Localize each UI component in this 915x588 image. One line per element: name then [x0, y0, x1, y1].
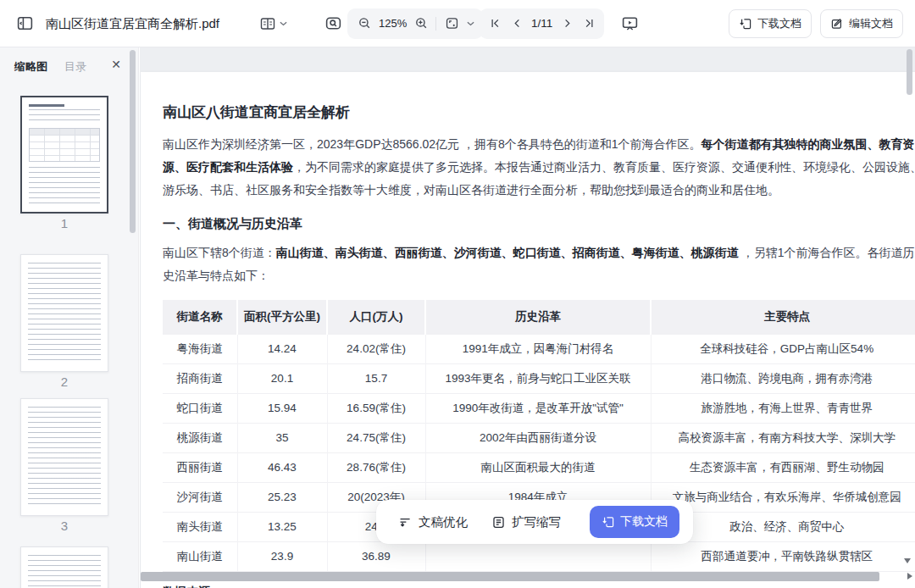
page-thumbnail[interactable] — [20, 398, 108, 516]
first-page-icon — [489, 17, 502, 30]
table-cell: 24.75(常住) — [327, 423, 425, 452]
page-thumbnail[interactable] — [20, 96, 108, 214]
expand-shorten-icon — [491, 515, 506, 530]
thumbnail-page-number: 2 — [20, 374, 108, 389]
download-document-primary-button[interactable]: 下载文档 — [590, 506, 679, 538]
table-row: 蛇口街道15.9416.59(常住)1990年改街道，是改革开放"试管"旅游胜地… — [163, 393, 915, 423]
table-cell: 36.89 — [327, 541, 425, 571]
chevron-down-icon[interactable] — [467, 21, 474, 26]
column-header: 历史沿革 — [425, 300, 651, 334]
page-thumbnail[interactable] — [20, 546, 108, 588]
table-cell: 28.76(常住) — [327, 452, 425, 482]
horizontal-scrollbar[interactable] — [141, 572, 879, 581]
zoom-in-button[interactable] — [413, 13, 430, 35]
fit-page-button[interactable] — [442, 13, 461, 35]
scroll-right-arrow-icon[interactable] — [907, 573, 912, 580]
zoom-out-button[interactable] — [356, 13, 373, 35]
optimize-icon — [398, 515, 413, 530]
vertical-scrollbar[interactable] — [907, 49, 912, 95]
document-title: 南山区街道宜居宜商全解析.pdf — [46, 15, 219, 31]
sidebar-collapse-icon — [16, 14, 34, 32]
table-cell: 桃源街道 — [163, 423, 237, 452]
next-page-button[interactable] — [559, 13, 574, 35]
edit-document-button[interactable]: 编辑文档 — [820, 9, 903, 38]
download-icon — [739, 17, 752, 31]
expand-shorten-button[interactable]: 扩写缩写 — [491, 514, 561, 530]
toolbar-actions: 下载文档 编辑文档 — [729, 9, 903, 38]
table-row: 西丽街道46.4328.76(常住)南山区面积最大的街道生态资源丰富，有西丽湖、… — [163, 452, 915, 482]
table-cell: 2002年由西丽街道分设 — [425, 423, 651, 452]
edit-label: 编辑文档 — [849, 16, 893, 31]
thumb-fake-text — [28, 263, 101, 363]
table-cell: 南头街道 — [163, 512, 237, 541]
intro-text: 南山区作为深圳经济第一区，2023年GDP达8566.02亿元 ，拥有8个各具特… — [163, 137, 702, 151]
table-header-row: 街道名称面积(平方公里)人口(万人)历史沿革主要特点 — [163, 300, 915, 334]
intro-paragraph: 南山区作为深圳经济第一区，2023年GDP达8566.02亿元 ，拥有8个各具特… — [163, 133, 915, 202]
table-cell: 15.94 — [237, 393, 327, 423]
thumb-fake-text — [28, 407, 101, 508]
presentation-icon — [621, 14, 639, 32]
optimize-text-button[interactable]: 文稿优化 — [398, 514, 468, 530]
column-header: 面积(平方公里) — [237, 300, 327, 334]
table-cell: 46.43 — [237, 452, 327, 482]
table-cell: 高校资源丰富，有南方科技大学、深圳大学 — [651, 423, 915, 452]
page-title: 南山区八街道宜商宜居全解析 — [163, 103, 915, 122]
streets-paragraph: 南山区下辖8个街道：南山街道、南头街道、西丽街道、沙河街道、蛇口街道、招商街道、… — [163, 241, 915, 287]
zoom-out-icon — [358, 16, 372, 31]
table-cell: 南山街道 — [163, 541, 237, 571]
page-indicator: 1/11 — [531, 17, 552, 30]
page-layout-button[interactable] — [259, 15, 287, 32]
table-cell: 西部通道要冲，平南铁路纵贯辖区 — [651, 541, 915, 571]
table-cell: 生态资源丰富，有西丽湖、野生动物园 — [651, 452, 915, 482]
floating-action-toolbar: 文稿优化 扩写缩写 下载文档 — [376, 500, 693, 544]
last-page-button[interactable] — [581, 13, 596, 35]
table-cell: 1991年成立，因粤海门村得名 — [425, 334, 651, 363]
table-cell: 20.1 — [237, 363, 327, 393]
table-cell: 16.59(常住) — [327, 393, 425, 423]
table-row: 招商街道20.115.71993年更名，前身与蛇口工业区关联港口物流、跨境电商，… — [163, 363, 915, 393]
table-row: 粤海街道14.2424.02(常住)1991年成立，因粤海门村得名全球科技硅谷，… — [163, 334, 915, 363]
previous-page-button[interactable] — [509, 13, 524, 35]
table-cell: 23.9 — [237, 541, 327, 571]
thumb-fake-text — [28, 555, 101, 588]
presentation-mode-button[interactable] — [618, 13, 640, 35]
close-sidebar-icon[interactable]: ✕ — [111, 58, 121, 71]
fit-page-icon — [445, 16, 459, 31]
zoom-in-icon — [414, 16, 429, 31]
table-cell: 25.23 — [237, 482, 327, 512]
sidebar-scrollbar[interactable] — [130, 50, 136, 233]
thumb-fake-text — [29, 109, 100, 125]
table-cell: 15.7 — [327, 363, 425, 393]
column-header: 人口(万人) — [327, 300, 425, 334]
zoom-level-value[interactable]: 125% — [379, 17, 407, 30]
streets-text: 南山区下辖8个街道： — [163, 246, 276, 259]
table-cell: 招商街道 — [163, 363, 237, 393]
download-icon — [602, 515, 615, 529]
table-cell: 13.25 — [237, 512, 327, 541]
sidebar-toggle-button[interactable] — [14, 13, 36, 35]
table-row: 桃源街道3524.75(常住)2002年由西丽街道分设高校资源丰富，有南方科技大… — [163, 423, 915, 452]
tab-thumbnails[interactable]: 缩略图 — [14, 59, 47, 75]
pdf-viewer-app: 南山区街道宜居宜商全解析.pdf 125% — [0, 0, 915, 588]
edit-icon — [830, 17, 844, 31]
page-navigation-group: 1/11 — [480, 8, 604, 39]
download-document-button[interactable]: 下载文档 — [729, 9, 812, 38]
page-thumbnail[interactable] — [20, 254, 108, 372]
scroll-down-arrow-icon[interactable] — [904, 558, 911, 563]
table-cell: 蛇口街道 — [163, 393, 237, 423]
search-in-document-button[interactable] — [322, 13, 344, 35]
top-toolbar: 南山区街道宜居宜商全解析.pdf 125% — [0, 0, 915, 47]
table-row: 南山街道23.936.89西部通道要冲，平南铁路纵贯辖区 — [163, 541, 915, 571]
table-cell — [425, 541, 651, 571]
thumb-fake-title — [29, 104, 64, 107]
download-label: 下载文档 — [757, 16, 801, 31]
page-layout-icon — [259, 15, 276, 32]
first-page-button[interactable] — [487, 13, 502, 35]
search-icon — [324, 14, 342, 32]
table-cell: 南山区面积最大的街道 — [425, 452, 651, 482]
tab-toc[interactable]: 目录 — [64, 59, 86, 75]
sidebar-tabs: 缩略图 目录 ✕ — [0, 47, 138, 83]
thumb-fake-table — [29, 128, 100, 162]
table-cell: 全球科技硅谷，GDP占南山区54% — [651, 334, 915, 363]
download-primary-label: 下载文档 — [620, 514, 668, 530]
